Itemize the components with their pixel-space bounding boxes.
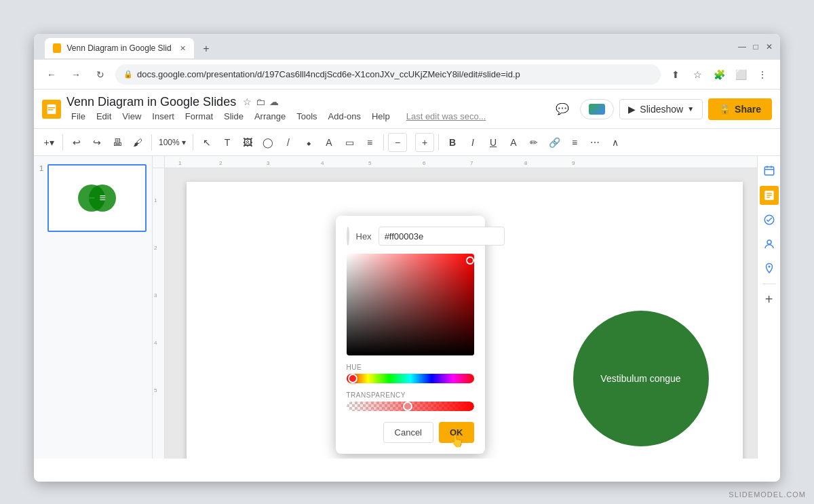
sidebar-contacts-icon[interactable] xyxy=(760,235,779,254)
slide-thumbnail[interactable]: − ≡ xyxy=(47,164,147,232)
sidebar-calendar-icon[interactable] xyxy=(760,161,779,180)
expand-toolbar-btn[interactable]: ∧ xyxy=(606,133,625,152)
transparency-slider[interactable] xyxy=(347,402,474,411)
cursor-btn[interactable]: ↖ xyxy=(197,133,216,152)
minimize-btn[interactable]: — xyxy=(737,41,748,52)
forward-btn[interactable]: → xyxy=(66,65,85,84)
ok-btn[interactable]: OK 👆 xyxy=(439,422,474,443)
maximize-btn[interactable]: □ xyxy=(750,41,761,52)
menu-addons[interactable]: Add-ons xyxy=(324,109,366,123)
svg-text:5: 5 xyxy=(368,160,372,166)
title-icons: ☆ 🗀 ☁ xyxy=(243,96,279,107)
underline-btn[interactable]: U xyxy=(484,133,503,152)
address-bar[interactable]: 🔒 docs.google.com/presentation/d/197Cas6… xyxy=(115,64,661,85)
tab-bar: Venn Diagram in Google Slides · ✕ + xyxy=(39,35,734,58)
menu-view[interactable]: View xyxy=(117,109,146,123)
svg-text:1: 1 xyxy=(154,197,157,203)
folder-icon[interactable]: 🗀 xyxy=(256,96,265,107)
shapes-btn[interactable]: ◯ xyxy=(258,133,277,152)
align-btn[interactable]: ≡ xyxy=(565,133,584,152)
ruler-vertical: 1 2 3 4 5 xyxy=(153,168,165,459)
line-style-btn[interactable]: ≡ xyxy=(360,133,379,152)
more-toolbar-btn[interactable]: ⋯ xyxy=(585,133,604,152)
tab-close-btn[interactable]: ✕ xyxy=(180,44,186,53)
menu-help[interactable]: Help xyxy=(367,109,395,123)
more-btn[interactable]: ⋮ xyxy=(753,65,772,84)
add-btn[interactable]: +▾ xyxy=(39,133,58,152)
redo-btn[interactable]: ↪ xyxy=(88,133,106,152)
font-color-btn[interactable]: A xyxy=(504,133,523,152)
cancel-btn[interactable]: Cancel xyxy=(383,422,433,443)
bold-btn[interactable]: B xyxy=(443,133,462,152)
active-tab[interactable]: Venn Diagram in Google Slides · ✕ xyxy=(45,38,194,58)
menu-insert[interactable]: Insert xyxy=(147,109,179,123)
refresh-btn[interactable]: ↻ xyxy=(91,65,110,84)
text-btn[interactable]: T xyxy=(218,133,237,152)
back-btn[interactable]: ← xyxy=(42,65,61,84)
slideshow-btn[interactable]: ▶ Slideshow ▼ xyxy=(619,99,703,119)
divider-3 xyxy=(193,134,193,151)
menu-format[interactable]: Format xyxy=(180,109,218,123)
print-btn[interactable]: 🖶 xyxy=(108,133,127,152)
sidebar-notes-icon[interactable] xyxy=(760,186,779,205)
divider-5 xyxy=(438,134,439,151)
lock-share-icon: 🔒 xyxy=(719,104,731,115)
plus-btn[interactable]: + xyxy=(415,133,434,152)
highlight-btn[interactable]: ✏ xyxy=(524,133,543,152)
star-icon[interactable]: ☆ xyxy=(243,96,252,107)
tab-favicon xyxy=(53,43,61,53)
menu-tools[interactable]: Tools xyxy=(292,109,322,123)
meet-btn[interactable] xyxy=(580,99,614,119)
svg-text:4: 4 xyxy=(321,160,324,166)
color-swatch[interactable] xyxy=(347,227,349,246)
color-fill-btn[interactable]: A xyxy=(319,133,338,152)
svg-text:9: 9 xyxy=(572,160,575,166)
tab-title: Venn Diagram in Google Slides · xyxy=(66,43,172,53)
image-btn[interactable]: 🖼 xyxy=(238,133,257,152)
line-btn[interactable]: / xyxy=(279,133,298,152)
zoom-btn[interactable]: 100% ▾ xyxy=(156,133,189,152)
hue-slider[interactable] xyxy=(347,374,474,383)
extensions-btn[interactable]: 🧩 xyxy=(710,65,729,84)
chat-btn[interactable]: 💬 xyxy=(550,97,575,121)
transparency-label: TRANSPARENCY xyxy=(347,391,474,399)
header-right: 💬 ▶ Slideshow ▼ 🔒 Share xyxy=(550,97,772,121)
gradient-cursor xyxy=(466,256,474,265)
slide-text: Vestibulum congue xyxy=(600,373,680,384)
sidebar-tasks-icon[interactable] xyxy=(760,210,779,229)
bookmark-btn[interactable]: ☆ xyxy=(688,65,707,84)
slides-app: Venn Diagram in Google Slides ☆ 🗀 ☁ File… xyxy=(34,90,780,459)
toolbar: +▾ ↩ ↪ 🖶 🖌 100% ▾ ↖ T 🖼 ◯ / ⬥ A ▭ ≡ − + xyxy=(34,129,780,156)
new-tab-btn[interactable]: + xyxy=(197,39,216,58)
italic-btn[interactable]: I xyxy=(463,133,482,152)
link-btn[interactable]: 🔗 xyxy=(545,133,564,152)
minus-btn[interactable]: − xyxy=(388,133,407,152)
cloud-icon[interactable]: ☁ xyxy=(269,96,279,107)
border-btn[interactable]: ▭ xyxy=(340,133,359,152)
slide-canvas[interactable]: Vestibulum congue Hex xyxy=(187,182,743,459)
close-btn[interactable]: ✕ xyxy=(764,41,775,52)
paint-format-btn[interactable]: 🖌 xyxy=(128,133,147,152)
svg-text:3: 3 xyxy=(154,292,157,298)
slide-item-container: 1 − ≡ xyxy=(39,161,147,232)
gradient-dark xyxy=(347,254,474,355)
share-nav-btn[interactable]: ⬆ xyxy=(666,65,685,84)
undo-btn[interactable]: ↩ xyxy=(67,133,86,152)
sidebar-maps-icon[interactable] xyxy=(760,259,779,278)
nav-right-icons: ⬆ ☆ 🧩 ⬜ ⋮ xyxy=(666,65,772,84)
slideshow-dropdown-icon[interactable]: ▼ xyxy=(687,105,694,113)
sidebar-add-btn[interactable]: + xyxy=(760,290,779,309)
menu-slide[interactable]: Slide xyxy=(219,109,248,123)
sidebar-divider xyxy=(762,284,776,284)
slide-venn-circle[interactable]: Vestibulum congue xyxy=(573,311,709,446)
menu-arrange[interactable]: Arrange xyxy=(250,109,290,123)
color-gradient-picker[interactable] xyxy=(347,254,474,355)
ruler-horizontal: 1 2 3 4 5 6 7 8 9 xyxy=(165,156,757,168)
fill-btn[interactable]: ⬥ xyxy=(299,133,318,152)
svg-rect-17 xyxy=(764,167,774,175)
menu-file[interactable]: File xyxy=(66,109,90,123)
hex-input[interactable] xyxy=(379,227,505,246)
share-btn[interactable]: 🔒 Share xyxy=(708,98,772,120)
profile-btn[interactable]: ⬜ xyxy=(731,65,750,84)
menu-edit[interactable]: Edit xyxy=(92,109,116,123)
